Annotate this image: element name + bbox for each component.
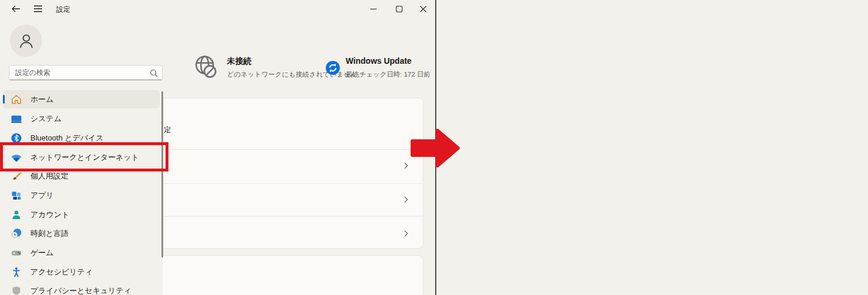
sidebar-item-time-language[interactable]: 時刻と言語 — [3, 224, 160, 242]
sidebar-item-system[interactable]: システム — [3, 109, 160, 128]
windows-update-subtitle: 最終チェック日時: 172 日前 — [346, 70, 430, 79]
globe-disconnected-icon — [192, 53, 220, 84]
maximize-button[interactable] — [386, 0, 412, 18]
settings-content-card — [158, 98, 423, 249]
sidebar-item-privacy-security[interactable]: プライバシーとセキュリティ — [3, 282, 160, 295]
sidebar-item-label: 時刻と言語 — [30, 228, 68, 239]
paintbrush-icon — [11, 170, 22, 182]
back-button[interactable] — [6, 1, 26, 16]
windows-update-title: Windows Update — [346, 56, 412, 66]
sidebar-item-label: 個人用設定 — [30, 171, 68, 181]
gamepad-icon — [11, 247, 22, 259]
desktop: 定 未接続 どのネットワークにも接続されていません。 Wi — [0, 0, 868, 295]
windows-update-icon — [325, 60, 340, 78]
clipped-setting-text: 定 — [164, 125, 171, 135]
close-button[interactable] — [411, 0, 435, 18]
network-status-title: 未接続 — [227, 56, 252, 67]
chevron-right-icon[interactable] — [402, 229, 410, 238]
sidebar-item-accessibility[interactable]: アクセシビリティ — [3, 263, 160, 281]
settings-window-left: 定 未接続 どのネットワークにも接続されていません。 Wi — [0, 0, 435, 295]
sidebar-item-home[interactable]: ホーム — [3, 90, 160, 108]
time-language-icon — [11, 228, 22, 239]
sidebar-item-label: アプリ — [30, 190, 54, 201]
window-title: 設定 — [56, 5, 70, 15]
chevron-right-icon[interactable] — [402, 195, 410, 204]
network-status-subtitle: どのネットワークにも接続されていません。 — [227, 70, 364, 79]
sidebar-item-label: システム — [30, 114, 61, 124]
accessibility-person-icon — [11, 266, 22, 278]
home-icon — [11, 94, 22, 105]
sidebar-item-accounts[interactable]: アカウント — [3, 205, 160, 224]
sidebar-item-label: アカウント — [30, 210, 70, 220]
settings-content-card — [158, 255, 423, 295]
sidebar-item-gaming[interactable]: ゲーム — [3, 243, 160, 262]
annotation-red-arrow — [408, 125, 462, 173]
settings-search-box — [9, 65, 163, 80]
search-icon — [150, 69, 158, 80]
sidebar-item-label: ゲーム — [30, 248, 54, 258]
shield-icon — [11, 285, 22, 295]
apps-icon — [11, 190, 22, 201]
account-person-icon — [11, 209, 22, 221]
sidebar-item-label: アクセシビリティ — [30, 267, 92, 277]
hamburger-menu-button[interactable] — [28, 1, 48, 16]
sidebar-item-label: プライバシーとセキュリティ — [30, 286, 132, 295]
search-input[interactable] — [9, 66, 162, 80]
sidebar-item-apps[interactable]: アプリ — [3, 186, 160, 204]
sidebar-scrollbar[interactable] — [161, 91, 163, 258]
user-avatar — [10, 25, 42, 57]
settings-window-right: 設定 ネットワークとインターネット 未接続 どのネットワークにも接続され — [435, 0, 868, 295]
selection-indicator — [3, 95, 5, 104]
minimize-button[interactable] — [360, 0, 386, 18]
sidebar-item-label: Bluetooth とデバイス — [30, 133, 104, 143]
annotation-red-box — [0, 142, 168, 171]
sidebar-item-label: ホーム — [30, 94, 54, 105]
system-icon — [11, 113, 22, 125]
